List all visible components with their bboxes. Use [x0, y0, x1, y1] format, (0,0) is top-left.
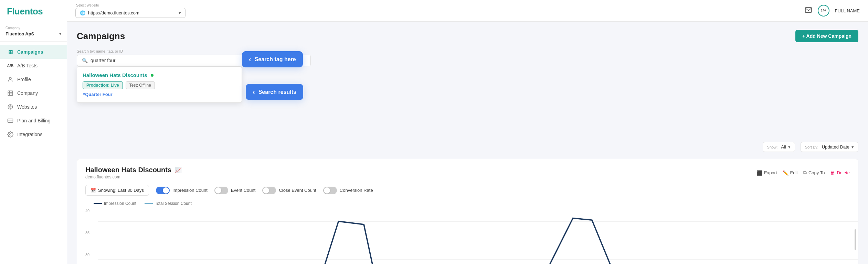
sidebar-item-ab-tests[interactable]: A/B A/B Tests — [0, 59, 67, 73]
username: FULL NAME — [835, 8, 860, 13]
chart-area: 40 35 30 — [77, 209, 858, 264]
sidebar-item-websites[interactable]: Websites — [0, 100, 67, 114]
export-button[interactable]: ⬛ Export — [756, 170, 777, 176]
sidebar-item-label: Integrations — [17, 132, 42, 137]
search-icon: 🔍 — [82, 58, 88, 63]
trend-up-icon: 📈 — [175, 167, 182, 173]
company-name: Fluentos ApS — [6, 31, 34, 36]
legend-line-impression — [94, 203, 102, 204]
add-campaign-button[interactable]: + Add New Campaign — [795, 30, 858, 42]
sort-filter[interactable]: Sort By: Updated Date ▾ — [801, 142, 858, 152]
avatar[interactable]: 1% — [818, 5, 829, 16]
chevron-down-icon: ▾ — [59, 32, 61, 36]
logo: Fluentos — [0, 0, 67, 22]
sidebar-nav: ⊞ Campaigns A/B A/B Tests Profile Compan… — [0, 42, 67, 264]
gear-icon — [7, 131, 14, 138]
show-value: All — [781, 144, 786, 150]
y-label-40: 40 — [85, 209, 89, 213]
search-area: Search by: name, tag, or ID 🔍 ‹ Search t… — [77, 49, 858, 66]
delete-label: Delete — [837, 170, 850, 175]
toggle-knob — [263, 187, 269, 194]
person-icon — [7, 76, 14, 83]
arrow-left-icon: ‹ — [249, 55, 251, 63]
campaign-card-header: Halloween Hats Discounts 📈 demo.fluentos… — [85, 166, 850, 179]
show-filter[interactable]: Show: All ▾ — [763, 142, 795, 152]
tooltip-results-label: Search results — [258, 89, 296, 95]
campaign-suggestion-title[interactable]: Halloween Hats Discounts — [83, 72, 236, 78]
date-range-button[interactable]: 📅 Showing: Last 30 Days — [85, 185, 149, 196]
campaign-title: Halloween Hats Discounts — [85, 166, 171, 174]
conversion-toggle[interactable]: Conversion Rate — [323, 187, 373, 194]
event-switch[interactable] — [214, 187, 228, 194]
toggle-knob — [215, 187, 221, 194]
conversion-label: Conversion Rate — [340, 188, 373, 193]
quarter-tag[interactable]: #Quarter Four — [83, 92, 236, 97]
sidebar-item-label: Company — [17, 90, 38, 96]
impression-toggle[interactable]: Impression Count — [156, 187, 208, 194]
page-header: Campaigns + Add New Campaign — [77, 30, 858, 42]
main-content: Select Website 🌐 https://demo.fluentos.c… — [67, 0, 868, 264]
test-tag: Test: Offline — [126, 81, 155, 89]
svg-point-10 — [10, 134, 11, 135]
sidebar-item-campaigns[interactable]: ⊞ Campaigns — [0, 45, 67, 59]
edit-button[interactable]: ✏️ Edit — [783, 170, 798, 176]
chevron-down-icon: ▾ — [788, 144, 791, 150]
date-range-label: Showing: Last 30 Days — [98, 188, 144, 193]
trash-icon: 🗑 — [830, 170, 835, 176]
legend-label-impression: Impression Count — [104, 201, 136, 206]
tooltip-tag-label: Search tag here — [255, 56, 296, 63]
company-selector[interactable]: Company Fluentos ApS ▾ — [0, 22, 67, 42]
pencil-icon: ✏️ — [783, 170, 788, 176]
delete-button[interactable]: 🗑 Delete — [830, 170, 850, 176]
grid-icon: ⊞ — [7, 48, 14, 55]
filters-row: Show: All ▾ Sort By: Updated Date ▾ — [77, 142, 858, 152]
copy-icon: ⧉ — [803, 170, 807, 176]
impression-switch[interactable] — [156, 187, 170, 194]
topbar-right: 1% FULL NAME — [805, 5, 860, 16]
export-icon: ⬛ — [756, 170, 762, 176]
toggle-row: 📅 Showing: Last 30 Days Impression Count… — [85, 185, 850, 196]
toggle-knob — [324, 187, 330, 194]
copy-to-button[interactable]: ⧉ Copy To — [803, 170, 825, 176]
sidebar-item-profile[interactable]: Profile — [0, 73, 67, 86]
sidebar-item-label: Websites — [17, 104, 37, 110]
search-dropdown[interactable]: Halloween Hats Discounts Production: Liv… — [77, 66, 242, 103]
svg-rect-11 — [805, 7, 812, 12]
building-icon — [7, 90, 14, 97]
event-toggle[interactable]: Event Count — [214, 187, 256, 194]
y-label-30: 30 — [85, 253, 89, 257]
company-select[interactable]: Fluentos ApS ▾ — [6, 31, 61, 36]
website-select[interactable]: 🌐 https://demo.fluentos.com ▾ — [75, 8, 186, 18]
legend-line-session — [145, 203, 153, 204]
svg-rect-1 — [8, 91, 13, 96]
sidebar-item-company[interactable]: Company — [0, 86, 67, 100]
calendar-icon: 📅 — [91, 188, 96, 193]
sort-value: Updated Date — [822, 144, 849, 150]
website-select-label: Select Website — [75, 3, 186, 7]
campaign-name: Halloween Hats Discounts — [83, 72, 147, 78]
conversion-switch[interactable] — [323, 187, 337, 194]
sidebar: Fluentos Company Fluentos ApS ▾ ⊞ Campai… — [0, 0, 67, 264]
live-indicator — [151, 74, 154, 77]
close-event-toggle[interactable]: Close Event Count — [262, 187, 316, 194]
campaign-url: demo.fluentos.com — [85, 175, 182, 179]
edit-label: Edit — [790, 170, 798, 175]
mail-icon[interactable] — [805, 7, 812, 15]
campaign-card-info: Halloween Hats Discounts 📈 demo.fluentos… — [85, 166, 182, 179]
tag-row: Production: Live Test: Offline — [83, 81, 236, 89]
close-event-switch[interactable] — [262, 187, 276, 194]
arrow-left-icon: ‹ — [253, 88, 255, 96]
sidebar-item-plan-billing[interactable]: Plan and Billing — [0, 114, 67, 128]
scrollbar[interactable] — [855, 229, 856, 250]
chevron-down-icon: ▾ — [851, 144, 854, 150]
sidebar-item-label: Plan and Billing — [17, 118, 51, 123]
chart-legend: Impression Count Total Session Count — [85, 201, 850, 206]
campaign-card: Halloween Hats Discounts 📈 demo.fluentos… — [77, 159, 858, 264]
sidebar-item-integrations[interactable]: Integrations — [0, 128, 67, 141]
search-results-tooltip: ‹ Search results — [246, 84, 303, 100]
export-label: Export — [764, 170, 777, 175]
production-tag: Production: Live — [83, 81, 123, 89]
page-content: Campaigns + Add New Campaign Search by: … — [67, 22, 868, 264]
legend-impression: Impression Count — [94, 201, 136, 206]
search-tag-tooltip: ‹ Search tag here — [242, 51, 303, 67]
